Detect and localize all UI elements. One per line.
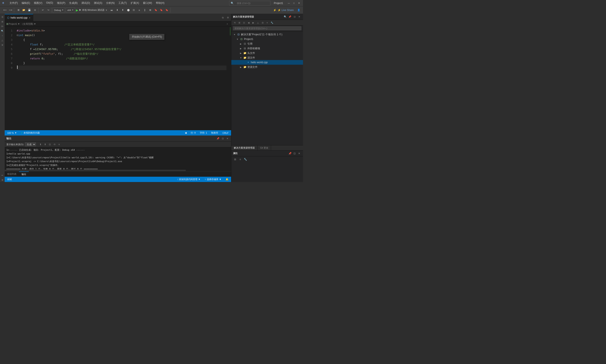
open-button[interactable]: 📂 [21,8,26,13]
bookmark3[interactable]: 🔖 [164,8,169,13]
breadcrumb-project[interactable]: ⊞ Project1 ▼ [6,23,20,25]
sidebar-icon-1[interactable]: ☰ [0,15,4,19]
tree-sources[interactable]: ▼ 📁 源文件 [231,55,303,60]
debug-extra2[interactable]: ≡ [137,8,142,13]
step-in-button[interactable]: ⬇ [115,8,120,13]
sidebar-icon-4[interactable]: 🔍 [0,29,4,33]
se-toolbar-btn6[interactable]: △ [256,21,260,25]
properties-dock-button[interactable]: ⊡ [292,151,297,156]
se-toolbar-btn2[interactable]: ⊞ [237,21,241,25]
save-button[interactable]: 💾 [27,8,32,13]
se-toolbar-btn7[interactable]: ⊟ [261,21,265,25]
bookmark2[interactable]: 🔖 [159,8,164,13]
output-toolbar-btn2[interactable]: ⬆ [43,142,47,146]
sidebar-icon-3[interactable]: ⌱ [0,24,4,28]
step-out-button[interactable]: ⬆ [120,8,125,13]
new-project-button[interactable]: ⊞ [16,8,21,13]
se-toolbar-btn9[interactable]: 🔧 [270,21,274,25]
undo-button[interactable]: ↩ [40,8,45,13]
menu-extensions[interactable]: 扩展(X) [129,1,141,5]
sidebar-icon-5[interactable]: ⑃ [0,33,4,38]
se-pin-button[interactable]: 📌 [288,15,292,19]
output-horizontal-scrollbar[interactable] [5,169,231,171]
debug-config-dropdown[interactable]: Debug ▼ [53,8,65,13]
forward-button[interactable]: ⟶ [8,8,13,13]
sidebar-icon-7[interactable]: ⊕ [0,43,4,47]
tree-ext-deps[interactable]: ▶ ⊟ 外部依赖项 [231,46,303,51]
breadcrumb-action-1[interactable]: + [225,22,229,26]
back-button[interactable]: ⟵ [2,8,8,13]
tab-error-list[interactable]: 错误列表 [5,172,19,177]
menu-test[interactable]: 测试(S) [92,1,104,5]
sidebar-icon-9[interactable]: ⚙ [0,178,4,182]
output-pin-button[interactable]: 📌 [216,137,220,141]
se-toolbar-btn5[interactable]: ▶ [251,21,255,25]
menu-build[interactable]: 生成(B) [67,1,79,5]
notifications-bell[interactable]: 🔔 [225,178,229,181]
run-button[interactable]: ▶ [76,8,78,12]
minimize-button[interactable]: — [287,1,291,5]
sidebar-icon-8[interactable]: ✏ [0,173,4,177]
tab-action-settings[interactable]: ⚙ [226,15,230,20]
tree-project[interactable]: ▼ ⊡ Project1 [231,37,303,41]
tab-status[interactable]: 制表符 [211,131,219,134]
editor-tab-hello[interactable]: ⬡ hello world.cpp ✕ [5,14,33,21]
menu-project[interactable]: 项目(P) [55,1,67,5]
se-close-button[interactable]: ✕ [297,15,301,19]
output-close-button[interactable]: ✕ [225,137,229,141]
properties-pin-button[interactable]: 📌 [288,151,292,156]
sidebar-icon-6[interactable]: △ [0,38,4,42]
debug-extra3[interactable]: ∥ [142,8,147,13]
debug-extra1[interactable]: ⊡ [131,8,136,13]
col-status[interactable]: 字符: 1 [199,131,208,134]
close-button[interactable]: ✕ [297,1,301,5]
code-content[interactable]: #include<stdio.h> ⊟int main() { float f; [14,27,228,130]
se-toolbar-btn3[interactable]: ⊡ [242,21,246,25]
editor-scrollbar[interactable] [228,27,231,130]
se-tab-solution-explorer[interactable]: 解决方案资源管理器 [231,145,258,150]
menu-window[interactable]: 窗口(W) [141,1,154,5]
se-search-button[interactable]: 🔍 [283,15,287,19]
tab-action-split[interactable]: ⧉ [221,15,225,20]
se-dock-button[interactable]: ⊡ [292,15,297,19]
problems-status[interactable]: ✓ 未找到相关问题 [20,131,40,134]
nav-arrow-left[interactable]: ◀ [184,131,187,134]
step-over-button[interactable]: ⏭ [109,8,114,13]
tree-headers[interactable]: ▶ 📁 头文件 [231,51,303,55]
output-source-dropdown[interactable]: 生成 [25,143,36,146]
tab-output[interactable]: 输出 [19,171,29,177]
prop-toolbar-btn3[interactable]: 🔧 [243,157,247,161]
menu-git[interactable]: Git(G) [44,1,55,5]
global-search-input[interactable] [235,1,269,5]
se-toolbar-btn8[interactable]: ≡ [265,21,269,25]
se-tab-git-changes[interactable]: Git 更改 [258,145,271,150]
output-content[interactable]: 1>------ 已启动生成: 项目: Project1, 配置: Debug … [5,147,231,169]
user-icon[interactable]: 👤 [296,8,301,13]
prop-toolbar-btn2[interactable]: ≡ [238,157,242,161]
crlf-status[interactable]: CRLF [222,132,229,134]
tree-solution[interactable]: ▼ ⊡ 解决方案"Project1"(1 个项目/共 1 个) [231,32,303,37]
menu-file[interactable]: 文件(F) [8,1,19,5]
properties-close-button[interactable]: ✕ [297,151,301,156]
menu-edit[interactable]: 编辑(E) [20,1,32,5]
code-editor[interactable]: 1 2 3 4 5 6 7 8 9 #include<stdio.h> [5,27,231,130]
menu-help[interactable]: 帮助(H) [154,1,166,5]
zoom-status[interactable]: 100 % ▼ [6,132,18,134]
output-toolbar-btn5[interactable]: ≡ [57,142,61,146]
bookmark1[interactable]: 🔖 [153,8,158,13]
menu-view[interactable]: 视图(V) [32,1,44,5]
platform-dropdown[interactable]: x64 ▼ [66,8,75,13]
output-toolbar-btn1[interactable]: ⬇ [39,142,43,146]
row-status[interactable]: 行: 9 [190,131,197,134]
breadcrumb-context[interactable]: (全局范围) ▼ [22,22,36,26]
tree-file-hello[interactable]: + hello world.cpp [231,60,303,65]
menu-debug[interactable]: 调试(D) [80,1,92,5]
output-toolbar-btn4[interactable]: ⟲ [53,142,57,146]
live-share-button[interactable]: ⚡ ⚡ Live Share [272,8,295,13]
select-repo-button[interactable]: ⑂ 选择存储库 ▼ [204,178,222,181]
add-source-control-button[interactable]: ↑ 添加到源代码管理 ▼ [176,178,201,181]
breakpoint-button[interactable]: ⬤ [126,8,131,13]
maximize-button[interactable]: □ [291,1,296,5]
output-toolbar-btn3[interactable]: ⊡ [48,142,52,146]
prop-toolbar-btn1[interactable]: ⊞ [233,157,237,161]
